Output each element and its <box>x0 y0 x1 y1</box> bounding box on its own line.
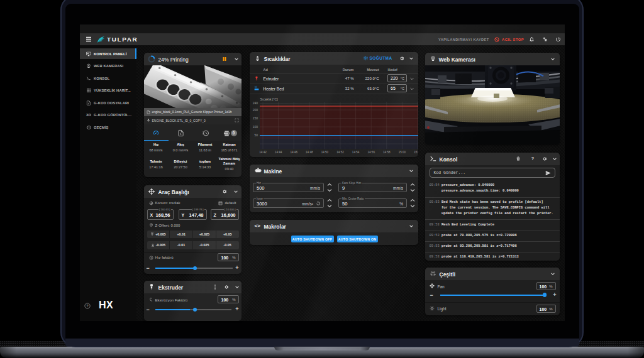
svg-text:100: 100 <box>252 125 258 129</box>
svg-text:14:46: 14:46 <box>290 151 297 154</box>
svg-text:14:48: 14:48 <box>306 151 313 154</box>
svg-text:50: 50 <box>254 133 258 137</box>
svg-text:15:00: 15:00 <box>398 151 406 154</box>
svg-text:14:56: 14:56 <box>367 151 375 154</box>
svg-text:?: ? <box>86 304 88 308</box>
svg-text:150: 150 <box>252 116 258 120</box>
svg-text:15:02: 15:02 <box>414 151 418 154</box>
svg-text:14:54: 14:54 <box>352 151 359 154</box>
svg-text:14:50: 14:50 <box>321 151 328 154</box>
svg-text:200: 200 <box>252 108 258 112</box>
svg-text:240: 240 <box>252 102 258 105</box>
svg-text:14:42: 14:42 <box>259 151 267 154</box>
svg-text:14:58: 14:58 <box>383 151 391 154</box>
svg-text:14:44: 14:44 <box>274 151 282 154</box>
svg-text:14:52: 14:52 <box>336 151 344 154</box>
